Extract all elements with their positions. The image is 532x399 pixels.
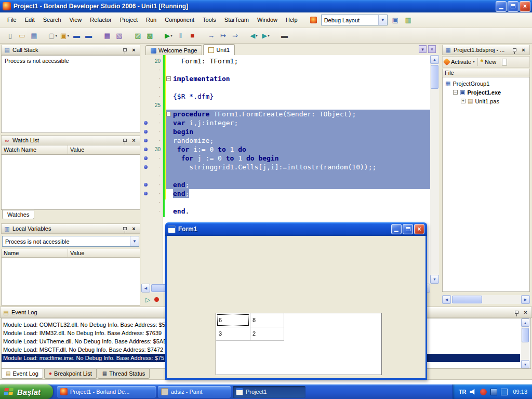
save-button[interactable]: ▬ [71,30,83,42]
scroll-up-button[interactable]: ▲ [521,318,529,327]
maximize-button[interactable] [403,224,413,234]
add-to-project-button[interactable]: ▦ [101,30,113,42]
green-arrow-icon[interactable]: ▷ [145,296,150,303]
tab-list-button[interactable]: ▾ [419,45,427,53]
help-button[interactable]: ▬ [278,30,290,42]
activate-button[interactable]: Activate [451,59,471,65]
code-line[interactable]: −implementation [166,74,430,83]
code-line[interactable] [166,171,430,180]
process-combobox[interactable]: Process is not accessible ▼ [2,236,139,247]
install-packages-button[interactable]: ▨ [132,30,144,42]
code-line[interactable] [166,83,430,92]
code-line[interactable] [166,65,430,74]
project-manager-header[interactable]: ▦ Project1.bdsproj - ... × [442,45,530,55]
run-button[interactable]: ▶▾ [163,30,175,42]
menu-item-window[interactable]: Window [253,12,282,28]
close-button[interactable]: × [414,224,424,234]
close-button[interactable]: × [520,1,530,12]
scroll-thumb[interactable] [522,328,529,342]
fold-toggle-icon[interactable]: − [166,76,171,81]
menu-item-refactor[interactable]: Refactor [86,12,116,28]
language-indicator[interactable]: TR [459,389,467,395]
scroll-down-button[interactable]: ▼ [521,360,529,368]
menu-item-search[interactable]: Search [39,12,65,28]
code-line[interactable]: begin [166,127,430,136]
grid-cell[interactable]: 2 [250,327,283,340]
menu-item-starteam[interactable]: StarTeam [220,12,253,28]
code-line[interactable]: end; [166,180,430,189]
pause-button[interactable]: ‖ [175,30,187,42]
trace-into-button[interactable]: → [205,30,217,42]
set-debug-desktop-button[interactable]: ▦ [403,15,414,25]
view-unit-button[interactable]: ▤ [28,30,40,42]
tab-welcome-page[interactable]: Welcome Page [145,45,202,55]
column-header[interactable]: Value [68,145,140,154]
pin-button[interactable] [121,225,129,232]
open-file-button[interactable]: ▭ [16,30,28,42]
new-button[interactable]: New [485,59,496,65]
column-header[interactable]: File [443,69,529,77]
scroll-right-button[interactable]: ▶ [521,295,530,304]
close-panel-button[interactable]: × [130,46,138,54]
code-line[interactable]: end; [166,189,430,198]
menu-item-component[interactable]: Component [161,12,198,28]
taskbar-task-adsiz-paint[interactable]: adsiz - Paint [158,386,231,398]
pin-button[interactable] [513,309,521,316]
step-over-button[interactable]: ↦ [217,30,229,42]
column-header[interactable]: Value [68,249,140,257]
remove-file-icon[interactable] [502,59,507,65]
pin-button[interactable] [511,46,518,54]
editor-vscrollbar[interactable]: ▲ ▼ [430,55,439,284]
code-line[interactable]: var i,j:integer; [166,118,430,127]
tab-thread-status[interactable]: ▦Thread Status [98,369,150,379]
scroll-up-button[interactable]: ▲ [430,55,439,64]
menu-item-view[interactable]: View [65,12,86,28]
code-line[interactable]: for j := 0 to 1 do begin [166,154,430,163]
watch-list-header[interactable]: ∞ Watch List × [1,135,140,145]
utility-tray-icon[interactable] [490,389,497,395]
minimize-button[interactable] [496,1,507,12]
taskbar-task-project1-borland-de[interactable]: Project1 - Borland De... [57,386,156,398]
pin-button[interactable] [121,46,129,54]
string-grid[interactable]: 6832 [216,313,382,375]
menu-item-run[interactable]: Run [142,12,161,28]
menu-item-edit[interactable]: Edit [21,12,39,28]
speaker-icon[interactable] [470,389,476,395]
new-unit-button[interactable]: ▢▾ [47,30,59,42]
scroll-down-button[interactable]: ▼ [430,275,439,284]
grid-cell[interactable]: 3 [217,327,249,340]
code-line[interactable]: randomize; [166,136,430,145]
code-line[interactable]: {$R *.dfm} [166,92,430,101]
network-icon[interactable] [501,389,508,395]
event-log-vscrollbar[interactable]: ▲ ▼ [521,318,529,368]
chevron-down-icon[interactable]: ▼ [130,236,139,246]
scroll-left-button[interactable]: ◀ [442,295,451,304]
start-button[interactable]: Başlat [0,384,53,399]
code-line[interactable]: for i:= 0 to 1 do [166,145,430,154]
grid-cell[interactable]: 8 [250,314,283,326]
grid-cell[interactable]: 6 [217,314,249,326]
expander-icon[interactable]: + [461,99,466,103]
new-items-button[interactable]: ▯ [4,30,16,42]
save-desktop-button[interactable]: ▣ [390,15,401,25]
scroll-thumb[interactable] [431,65,438,89]
back-button[interactable]: ◀▾ [248,30,260,42]
tree-item-project1-exe[interactable]: −▣Project1.exe [443,88,529,97]
tab-breakpoint-list[interactable]: ●Breakpoint List [44,369,97,379]
expander-icon[interactable]: − [453,90,458,95]
close-panel-button[interactable]: × [520,46,527,54]
code-line[interactable]: −procedure TForm1.FormCreate(Sender: TOb… [166,110,430,118]
save-all-button[interactable]: ▬ [83,30,95,42]
menu-item-file[interactable]: File [3,12,21,28]
close-tab-button[interactable]: × [428,45,436,53]
code-line[interactable] [166,198,430,207]
tab-event-log[interactable]: ▤Event Log [1,369,43,379]
project-hscrollbar[interactable]: ◀ ▶ [442,295,530,304]
fold-toggle-icon[interactable]: − [166,112,171,116]
taskbar-task-project1[interactable]: Project1 [233,386,305,398]
tab-unit1[interactable]: Unit1 [203,44,235,55]
tab-watches[interactable]: Watches [2,210,34,219]
menu-item-help[interactable]: Help [282,12,302,28]
tree-item-projectgroup1[interactable]: ▦ProjectGroup1 [443,79,529,88]
column-header[interactable]: Name [2,249,68,257]
